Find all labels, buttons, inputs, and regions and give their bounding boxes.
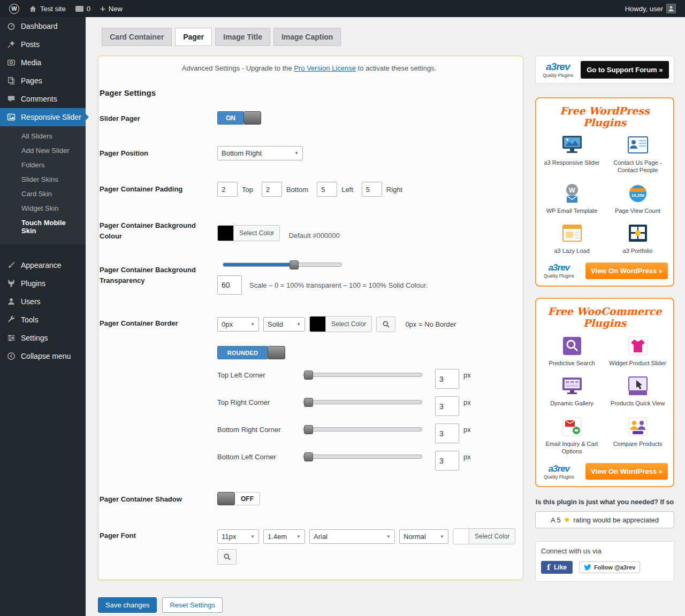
submenu-item-all-sliders[interactable]: All Sliders (0, 129, 86, 143)
compare-people-icon (626, 416, 650, 437)
view-on-wordpress-button[interactable]: View On WordPress » (585, 263, 668, 279)
padding-bottom-input[interactable] (262, 182, 282, 197)
submenu-item-add-new-slider[interactable]: Add New Slider (0, 143, 86, 158)
rounded-corners-toggle[interactable]: ROUNDED (217, 346, 285, 359)
line-height-select[interactable]: 1.4em ▼ (263, 529, 305, 544)
sidebar-item-media[interactable]: Media (0, 53, 86, 72)
plugin-item-a3-responsive-slider[interactable]: a3 Responsive Slider (541, 135, 603, 174)
pager-shadow-toggle[interactable]: OFF (217, 492, 260, 505)
sidebar-item-comments[interactable]: Comments (0, 90, 86, 108)
five-star-rating-link[interactable]: A 5★rating would be appreciated (535, 511, 674, 528)
bg-color-picker[interactable]: Select Color (217, 225, 280, 241)
border-style-select[interactable]: Solid ▼ (263, 317, 305, 332)
sidebar-item-users[interactable]: Users (0, 292, 86, 311)
tab-pager[interactable]: Pager (175, 28, 212, 46)
padding-right-input[interactable] (362, 182, 382, 197)
sidebar-item-pages[interactable]: Pages (0, 72, 86, 90)
wordpress-menu[interactable]: W (4, 0, 24, 17)
twitter-follow-button[interactable]: Follow @a3rev (579, 561, 640, 573)
plugin-item-a3-portfolio[interactable]: a3 Portfolio (606, 223, 669, 255)
padding-top-input[interactable] (217, 182, 238, 197)
plugin-item-dynamic-gallery[interactable]: Dynamic Gallery (541, 375, 603, 407)
paintbrush-icon (6, 260, 16, 270)
submenu-item-folders[interactable]: Folders (0, 158, 86, 172)
slider-handle[interactable] (290, 260, 299, 270)
bottom-left-corner-input[interactable] (435, 451, 459, 471)
sidebar-item-appearance[interactable]: Appearance (0, 256, 86, 274)
person-icon (6, 297, 16, 306)
a3rev-logo[interactable]: a3rev Quality Plugins (542, 464, 576, 480)
slider-handle[interactable] (304, 371, 313, 380)
corner-row: Bottom Left Corner px (217, 451, 519, 471)
plugin-item-a3-lazy-load[interactable]: a3 Lazy Load (541, 223, 603, 255)
transparency-slider[interactable] (223, 263, 342, 267)
sidebar-item-responsive-slider[interactable]: Responsive Slider (0, 108, 86, 126)
new-content-button[interactable]: + New (95, 0, 127, 17)
border-width-select[interactable]: 0px ▼ (217, 317, 259, 332)
bottom-right-corner-input[interactable] (435, 424, 459, 443)
field-label: Pager Container Shadow (100, 492, 217, 507)
plugin-item-page-view-count[interactable]: 10,250 Page View Count (606, 183, 669, 214)
border-preview-button[interactable] (376, 317, 395, 332)
top-right-corner-input[interactable] (435, 396, 459, 416)
sidebar-item-collapse-menu[interactable]: Collapse menu (0, 347, 86, 365)
comments-link[interactable]: 0 (71, 0, 95, 17)
howdy-account-menu[interactable]: Howdy, user (620, 0, 681, 17)
font-size-select[interactable]: 11px ▼ (217, 529, 259, 544)
bottom-right-corner-slider[interactable] (303, 427, 422, 432)
submenu-item-touch-mobile-skin[interactable]: Touch Mobile Skin (0, 215, 86, 238)
transparency-input[interactable] (217, 275, 242, 295)
plugin-item-compare-products[interactable]: Compare Products (606, 416, 669, 456)
bottom-left-corner-slider[interactable] (303, 455, 422, 459)
wp-email-icon: W (560, 183, 584, 204)
border-color-picker[interactable]: Select Color (309, 316, 372, 332)
top-left-corner-slider[interactable] (303, 373, 422, 377)
submenu-item-slider-skins[interactable]: Slider Skins (0, 172, 86, 187)
sidebar-item-dashboard[interactable]: Dashboard (0, 17, 86, 35)
color-swatch (218, 226, 234, 241)
selected-value: Arial (314, 533, 328, 541)
font-color-picker[interactable]: Select Color (453, 528, 515, 544)
tab-image-caption[interactable]: Image Caption (273, 28, 341, 46)
top-left-corner-input[interactable] (435, 369, 459, 389)
submenu-item-widget-skin[interactable]: Widget Skin (0, 201, 86, 215)
plugin-label: Email Inquiry & Cart Options (541, 440, 603, 456)
plugin-item-wp-email-template[interactable]: W WP Email Template (541, 183, 603, 214)
tab-card-container[interactable]: Card Container (102, 28, 172, 46)
slider-handle[interactable] (304, 452, 313, 461)
sidebar-item-settings[interactable]: Settings (0, 329, 86, 347)
slider-handle[interactable] (304, 398, 313, 407)
slider-pager-toggle[interactable]: ON (217, 111, 261, 125)
save-changes-button[interactable]: Save changes (98, 597, 157, 613)
sidebar-item-posts[interactable]: Posts (0, 35, 86, 53)
submenu-item-card-skin[interactable]: Card Skin (0, 187, 86, 201)
padding-left-input[interactable] (317, 182, 337, 197)
top-right-corner-slider[interactable] (303, 400, 422, 404)
plugin-item-email-inquiry-cart-options[interactable]: Email Inquiry & Cart Options (541, 416, 603, 456)
plugin-item-products-quick-view[interactable]: Products Quick View (606, 375, 669, 407)
pro-version-license-link[interactable]: Pro Version License (294, 64, 356, 72)
a3rev-logo[interactable]: a3rev Quality Plugins (541, 61, 575, 78)
font-preview-button[interactable] (217, 549, 237, 565)
view-on-wordpress-button[interactable]: View On WordPress » (585, 463, 668, 480)
portfolio-grid-icon (626, 223, 650, 244)
plugin-label: Widget Product Slider (609, 359, 666, 367)
tab-image-title[interactable]: Image Title (215, 28, 270, 46)
panel-title: Free WordPress Plugins (541, 105, 669, 128)
plugin-item-widget-product-slider[interactable]: Widget Product Slider (606, 335, 669, 367)
font-family-select[interactable]: Arial ▼ (309, 529, 395, 544)
a3rev-logo[interactable]: a3rev Quality Plugins (542, 263, 576, 279)
font-weight-select[interactable]: Normal ▼ (399, 529, 448, 544)
plugin-item-contact-us-page[interactable]: Contact Us Page - Contact People (606, 135, 669, 174)
slider-handle[interactable] (304, 425, 313, 434)
plugin-item-predictive-search[interactable]: Predictive Search (541, 335, 603, 367)
corner-row: Bottom Right Corner px (217, 424, 519, 443)
pager-position-select[interactable]: Bottom Right ▼ (217, 146, 303, 160)
go-to-support-forum-button[interactable]: Go to Support Forum » (581, 61, 669, 79)
sidebar-item-plugins[interactable]: Plugins (0, 274, 86, 292)
selected-value: Solid (268, 320, 283, 328)
site-name-link[interactable]: Test site (24, 0, 71, 17)
reset-settings-button[interactable]: Reset Settings (162, 597, 223, 613)
facebook-like-button[interactable]: f Like (541, 561, 573, 574)
sidebar-item-tools[interactable]: Tools (0, 311, 86, 329)
